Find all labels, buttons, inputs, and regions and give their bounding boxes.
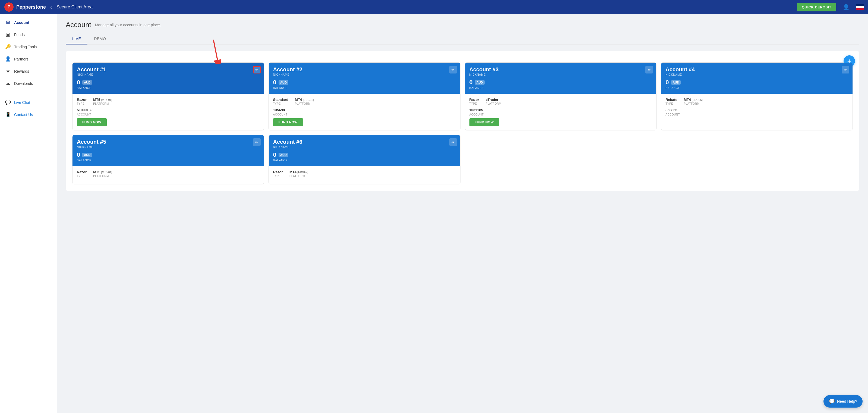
arrow-container (240, 62, 258, 64)
sidebar-item-live-chat[interactable]: 💬 Live Chat (0, 96, 57, 108)
account-card-header-6: Account #6 NICKNAME ✏ 0 AUD BALANCE (269, 135, 460, 166)
account-name-1: Account #1 NICKNAME (77, 66, 106, 79)
account-card-body-3: Razor TYPE cTrader PLATFORM 1031185 ACCO… (465, 94, 656, 130)
balance-amount-1: 0 (77, 79, 80, 86)
account-card-3: Account #3 NICKNAME ✏ 0 AUD BALANCE (465, 62, 657, 131)
currency-badge-2: AUD (279, 80, 288, 84)
balance-label-1: BALANCE (77, 87, 259, 90)
sidebar-item-trading-tools[interactable]: 🔑 Trading Tools (0, 41, 57, 53)
type-label-5: TYPE (77, 175, 87, 178)
account-card-header-1: Account #1 NICKNAME ✏ 0 AUD BALANCE (72, 63, 264, 94)
main-content: Account Manage all your accounts in one … (57, 14, 868, 413)
account-nickname-4: NICKNAME (665, 73, 695, 76)
need-help-chat-icon: 💬 (829, 398, 835, 404)
account-nickname-5: NICKNAME (77, 146, 106, 148)
edit-account-3-button[interactable]: ✏ (645, 66, 653, 73)
page-title: Account (66, 21, 91, 29)
platform-label-5: PLATFORM (93, 175, 112, 178)
sidebar-item-downloads[interactable]: ☁ Downloads (0, 77, 57, 90)
account-num-label-4: ACCOUNT (665, 113, 848, 116)
rewards-icon: ★ (5, 68, 11, 74)
sidebar-item-funds[interactable]: ▣ Funds (0, 29, 57, 41)
balance-amount-3: 0 (469, 79, 473, 86)
platform-value-3: cTrader (486, 98, 501, 102)
nav-title: Secure Client Area (57, 5, 93, 9)
platform-label-4: PLATFORM (684, 102, 703, 105)
balance-amount-4: 0 (665, 79, 669, 86)
info-type-6: Razor TYPE (273, 170, 283, 178)
sidebar-item-account[interactable]: ⊞ Account (0, 16, 57, 29)
account-name-3: Account #3 NICKNAME (469, 66, 499, 79)
currency-badge-3: AUD (475, 80, 485, 84)
balance-row-6: 0 AUD (273, 151, 456, 158)
profile-icon[interactable]: 👤 (843, 4, 849, 10)
account-title-4: Account #4 (665, 66, 695, 73)
account-number-1: 51009189 (77, 108, 259, 112)
page-header: Account Manage all your accounts in one … (66, 21, 859, 29)
sidebar-item-contact-us[interactable]: 📱 Contact Us (0, 108, 57, 121)
balance-row-2: 0 AUD (273, 79, 456, 86)
platform-value-6: MT4 [EDGE7] (289, 170, 308, 174)
type-value-5: Razor (77, 170, 87, 174)
info-type-2: Standard TYPE (273, 98, 288, 105)
balance-label-5: BALANCE (77, 159, 259, 162)
info-platform-4: MT4 [EDGE6] PLATFORM (684, 98, 703, 105)
edit-account-1-button[interactable]: ✏ (253, 66, 261, 73)
type-value-3: Razor (469, 98, 479, 102)
edit-account-2-button[interactable]: ✏ (450, 66, 457, 73)
balance-row-5: 0 AUD (77, 151, 259, 158)
accounts-container: + (66, 51, 859, 191)
tab-demo[interactable]: DEMO (87, 34, 113, 44)
balance-label-6: BALANCE (273, 159, 456, 162)
info-platform-1: MT5 [MT5-01] PLATFORM (93, 98, 112, 105)
tab-live[interactable]: LIVE (66, 34, 87, 44)
page-subtitle: Manage all your accounts in one place. (95, 23, 161, 27)
account-nickname-1: NICKNAME (77, 73, 106, 76)
account-nickname-2: NICKNAME (273, 73, 303, 76)
edit-account-5-button[interactable]: ✏ (253, 138, 261, 146)
edit-account-6-button[interactable]: ✏ (450, 138, 457, 146)
fund-now-button-2[interactable]: FUND NOW (273, 118, 303, 126)
accounts-grid: Account #1 NICKNAME ✏ 0 AUD BALANCE (72, 62, 853, 184)
sidebar-label-partners: Partners (14, 57, 29, 61)
need-help-button[interactable]: 💬 Need Help? (824, 395, 863, 408)
platform-value-4: MT4 [EDGE6] (684, 98, 703, 102)
account-title-3: Account #3 (469, 66, 499, 73)
balance-row-4: 0 AUD (665, 79, 848, 86)
balance-amount-5: 0 (77, 151, 80, 158)
quick-deposit-button[interactable]: QUICK DEPOSIT (797, 3, 836, 11)
account-tabs: LIVE DEMO (66, 34, 859, 44)
type-value-6: Razor (273, 170, 283, 174)
account-title-1: Account #1 (77, 66, 106, 73)
account-title-2: Account #2 (273, 66, 303, 73)
platform-label-3: PLATFORM (486, 102, 501, 105)
fund-now-button-1[interactable]: FUND NOW (77, 118, 107, 126)
sidebar-item-partners[interactable]: 👤 Partners (0, 53, 57, 65)
account-title-6: Account #6 (273, 139, 303, 145)
balance-row-3: 0 AUD (469, 79, 652, 86)
currency-badge-5: AUD (82, 153, 92, 157)
account-card-1: Account #1 NICKNAME ✏ 0 AUD BALANCE (72, 62, 264, 131)
account-num-label-3: ACCOUNT (469, 113, 652, 116)
fund-now-button-3[interactable]: FUND NOW (469, 118, 499, 126)
info-row-type-platform-2: Standard TYPE MT4 [EDGE1] PLATFORM (273, 98, 456, 105)
account-card-2: Account #2 NICKNAME ✏ 0 AUD BALANCE (269, 62, 461, 131)
type-label-4: TYPE (665, 102, 677, 105)
sidebar-label-account: Account (14, 20, 29, 25)
sidebar-label-funds: Funds (14, 33, 25, 37)
language-flag[interactable] (856, 4, 864, 10)
type-value-1: Razor (77, 98, 87, 102)
type-value-4: Rebate (665, 98, 677, 102)
trading-tools-icon: 🔑 (5, 44, 11, 49)
contact-us-icon: 📱 (5, 112, 11, 117)
platform-label-2: PLATFORM (295, 102, 314, 105)
account-name-2: Account #2 NICKNAME (273, 66, 303, 79)
balance-label-3: BALANCE (469, 87, 652, 90)
platform-label-6: PLATFORM (289, 175, 308, 178)
topnav: P Pepperstone ‹ Secure Client Area QUICK… (0, 0, 868, 14)
edit-account-4-button[interactable]: ✏ (842, 66, 849, 73)
type-value-2: Standard (273, 98, 288, 102)
info-row-type-platform-4: Rebate TYPE MT4 [EDGE6] PLATFORM (665, 98, 848, 105)
sidebar-item-rewards[interactable]: ★ Rewards (0, 65, 57, 77)
live-chat-icon: 💬 (5, 100, 11, 105)
